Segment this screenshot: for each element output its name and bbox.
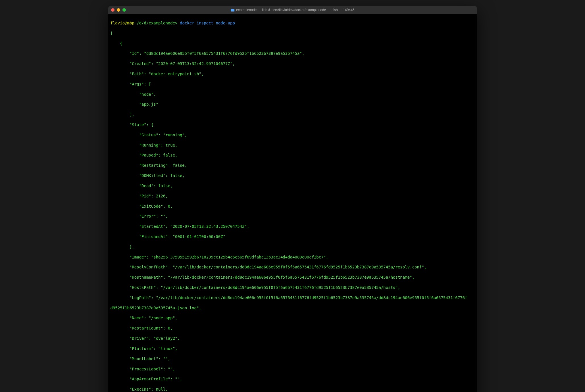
output-line: "LogPath": "/var/lib/docker/containers/d… — [111, 295, 475, 301]
window-title-text: examplenode — fish /Users/flavio/dev/doc… — [236, 8, 355, 12]
output-line: "ProcessLabel": "", — [111, 367, 475, 372]
output-line: "Paused": false, — [111, 153, 475, 158]
output-line: d9525f1b6523b7387e9a535745a-json.log", — [111, 306, 475, 311]
output-line: "HostsPath": "/var/lib/docker/containers… — [111, 285, 475, 290]
command-text: docker inspect node-app — [180, 21, 235, 25]
output-line: "Name": "/node-app", — [111, 316, 475, 321]
output-line: "StartedAt": "2020-07-05T13:32:43.250704… — [111, 224, 475, 229]
output-line: }, — [111, 245, 475, 250]
output-line: "Path": "docker-entrypoint.sh", — [111, 72, 475, 77]
prompt-path: ~/d/d/examplenode — [134, 21, 175, 25]
output-line: "ExecIDs": null, — [111, 387, 475, 392]
output-line: "Status": "running", — [111, 133, 475, 138]
output-line: "MountLabel": "", — [111, 356, 475, 362]
output-line: "Running": true, — [111, 143, 475, 148]
prompt-user: flavio — [111, 21, 125, 25]
prompt-at: @ — [125, 21, 127, 25]
output-line: "Created": "2020-07-05T13:32:42.99710467… — [111, 61, 475, 66]
output-line: "RestartCount": 0, — [111, 326, 475, 331]
output-line: "AppArmorProfile": "", — [111, 377, 475, 382]
output-line: "OOMKilled": false, — [111, 173, 475, 178]
output-line: [ — [111, 31, 475, 36]
output-line: "HostnamePath": "/var/lib/docker/contain… — [111, 275, 475, 280]
output-line: "ExitCode": 0, — [111, 204, 475, 209]
window-title: examplenode — fish /Users/flavio/dev/doc… — [230, 8, 355, 12]
output-line: "FinishedAt": "0001-01-01T00:00:00Z" — [111, 234, 475, 239]
folder-icon — [230, 9, 234, 12]
output-line: "Image": "sha256:3759551592b6710239cc125… — [111, 255, 475, 260]
titlebar: examplenode — fish /Users/flavio/dev/doc… — [108, 6, 477, 14]
output-line: "app.js" — [111, 102, 475, 107]
output-line: ], — [111, 112, 475, 117]
traffic-lights — [111, 8, 126, 12]
terminal-viewport[interactable]: flavio@mbp~/d/d/examplenode> docker insp… — [108, 14, 477, 392]
terminal-window: examplenode — fish /Users/flavio/dev/doc… — [108, 6, 477, 392]
prompt-line: flavio@mbp~/d/d/examplenode> docker insp… — [111, 21, 475, 26]
output-line: { — [111, 41, 475, 46]
output-line: "Error": "", — [111, 214, 475, 219]
output-line: "Args": [ — [111, 82, 475, 87]
output-line: "Platform": "linux", — [111, 346, 475, 351]
output-line: "Restarting": false, — [111, 163, 475, 168]
output-line: "Pid": 2126, — [111, 194, 475, 199]
output-line: "node", — [111, 92, 475, 97]
output-line: "ResolvConfPath": "/var/lib/docker/conta… — [111, 265, 475, 270]
output-line: "Id": "dd8dc194ae606e955f0f5f6a6575431f6… — [111, 51, 475, 56]
zoom-icon[interactable] — [122, 8, 126, 12]
prompt-host: mbp — [127, 21, 134, 25]
output-line: "Driver": "overlay2", — [111, 336, 475, 341]
output-line: "State": { — [111, 122, 475, 128]
minimize-icon[interactable] — [117, 8, 120, 12]
prompt-caret: > — [175, 21, 177, 25]
output-line: "Dead": false, — [111, 184, 475, 189]
close-icon[interactable] — [111, 8, 114, 12]
